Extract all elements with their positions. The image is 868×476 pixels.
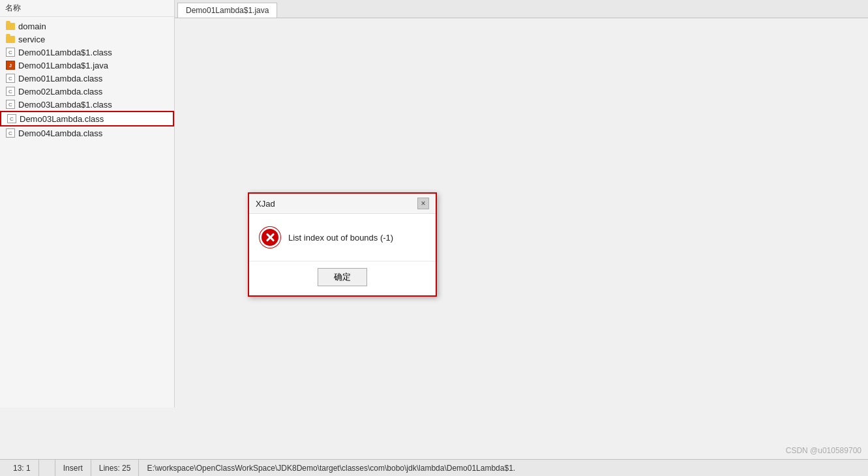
tree-item-label: domain bbox=[18, 22, 46, 31]
tree-item-label: Demo04Lambda.class bbox=[18, 128, 102, 138]
class-file-icon: C bbox=[5, 73, 16, 83]
tree-item-label: Demo02Lambda.class bbox=[18, 87, 102, 97]
status-filepath: E:\workspace\OpenClassWorkSpace\JDK8Demo… bbox=[139, 460, 863, 476]
folder-icon bbox=[5, 34, 16, 44]
class-file-icon: C bbox=[5, 99, 16, 110]
dialog-titlebar: XJad × bbox=[249, 194, 436, 214]
cursor-position: 13: 1 bbox=[13, 464, 31, 473]
close-icon: × bbox=[421, 199, 425, 208]
class-file-icon: C bbox=[5, 47, 16, 57]
tree-item-service[interactable]: service bbox=[0, 33, 174, 46]
status-lines: Lines: 25 bbox=[91, 460, 140, 476]
watermark: CSDN @u010589700 bbox=[786, 446, 861, 455]
tree-item-demo02lambda-class[interactable]: CDemo02Lambda.class bbox=[0, 85, 174, 98]
dialog-footer: 确定 bbox=[249, 261, 436, 295]
status-mode: Insert bbox=[55, 460, 91, 476]
watermark-text: CSDN @u010589700 bbox=[786, 446, 861, 455]
java-file-icon: J bbox=[5, 60, 16, 70]
tree-item-label: Demo03Lambda.class bbox=[20, 114, 104, 124]
dialog-body: List index out of bounds (-1) bbox=[249, 214, 436, 261]
tab-bar: Demo01Lambda$1.java bbox=[175, 0, 868, 18]
tab-label: Demo01Lambda$1.java bbox=[186, 6, 269, 15]
tree-item-label: service bbox=[18, 35, 45, 44]
dialog-message: List index out of bounds (-1) bbox=[288, 233, 393, 243]
file-tree: domainserviceCDemo01Lambda$1.classJDemo0… bbox=[0, 17, 174, 142]
editor-tab[interactable]: Demo01Lambda$1.java bbox=[177, 3, 277, 18]
class-file-icon: C bbox=[7, 113, 17, 124]
panel-header: 名称 bbox=[0, 0, 174, 17]
column-label: 名称 bbox=[5, 3, 21, 12]
tree-item-demo01lambda-class[interactable]: CDemo01Lambda.class bbox=[0, 72, 174, 85]
tree-item-label: Demo01Lambda.class bbox=[18, 74, 102, 83]
folder-icon bbox=[5, 21, 16, 31]
error-dialog: XJad × List index out of bounds (-1) 确定 bbox=[248, 192, 437, 297]
dialog-close-button[interactable]: × bbox=[417, 198, 429, 209]
status-empty bbox=[39, 460, 55, 476]
status-bar: 13: 1 Insert Lines: 25 E:\workspace\Open… bbox=[0, 459, 868, 476]
edit-mode: Insert bbox=[63, 464, 83, 473]
tree-item-demo03lambda-class[interactable]: CDemo03Lambda.class bbox=[0, 111, 174, 126]
tree-item-demo01lambda1-java[interactable]: JDemo01Lambda$1.java bbox=[0, 59, 174, 72]
tree-item-label: Demo01Lambda$1.java bbox=[18, 61, 108, 70]
tree-item-label: Demo01Lambda$1.class bbox=[18, 48, 112, 57]
confirm-button[interactable]: 确定 bbox=[318, 268, 367, 286]
status-position: 13: 1 bbox=[5, 460, 39, 476]
dialog-title: XJad bbox=[256, 199, 275, 209]
error-icon bbox=[260, 227, 280, 248]
tree-item-domain[interactable]: domain bbox=[0, 20, 174, 33]
tree-item-demo03lambda1-class[interactable]: CDemo03Lambda$1.class bbox=[0, 98, 174, 111]
class-file-icon: C bbox=[5, 128, 16, 138]
tree-item-demo01lambda1-class[interactable]: CDemo01Lambda$1.class bbox=[0, 46, 174, 59]
file-path: E:\workspace\OpenClassWorkSpace\JDK8Demo… bbox=[147, 464, 515, 473]
line-count: Lines: 25 bbox=[99, 464, 131, 473]
file-tree-panel: 名称 domainserviceCDemo01Lambda$1.classJDe… bbox=[0, 0, 175, 408]
tree-item-label: Demo03Lambda$1.class bbox=[18, 100, 112, 110]
tree-item-demo04lambda-class[interactable]: CDemo04Lambda.class bbox=[0, 126, 174, 140]
class-file-icon: C bbox=[5, 86, 16, 97]
